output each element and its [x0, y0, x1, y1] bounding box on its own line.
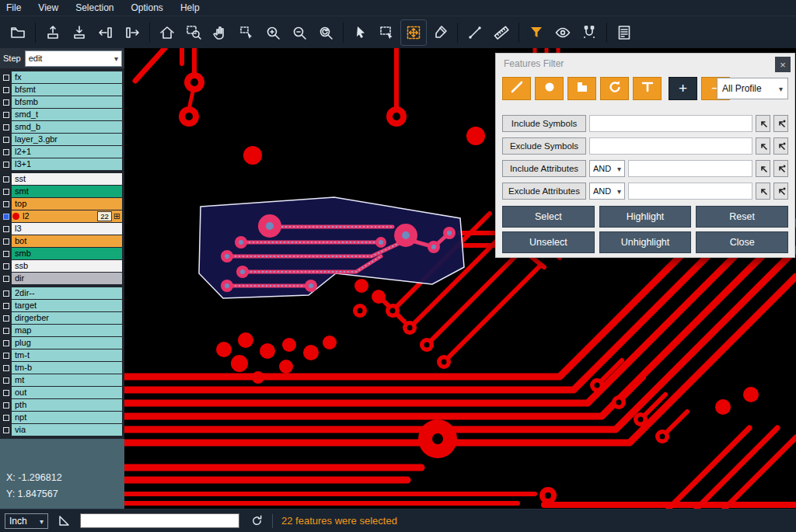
layer-name[interactable]: smd_t [12, 109, 122, 120]
layer-checkbox[interactable] [0, 377, 12, 384]
layer-row-mt[interactable]: mt [0, 374, 124, 386]
layer-name[interactable]: layer_3.gbr [12, 134, 122, 145]
layer-checkbox[interactable] [0, 402, 12, 409]
pick-from-list-button[interactable] [773, 137, 788, 155]
exclude-attributes-button[interactable]: Exclude Attributes [502, 183, 586, 200]
ruler-button[interactable] [489, 20, 514, 45]
layer-checkbox[interactable] [0, 124, 12, 130]
layer-checkbox[interactable] [0, 263, 12, 269]
layer-row-map[interactable]: map [0, 325, 124, 336]
layer-name[interactable]: smd_b [12, 121, 122, 133]
layer-row-sst[interactable]: sst [0, 173, 124, 185]
layer-checkbox[interactable] [0, 176, 12, 183]
layer-name[interactable]: out [12, 387, 122, 398]
include-attributes-logic-select[interactable]: AND [589, 160, 625, 177]
command-input[interactable] [80, 513, 239, 528]
pick-from-screen-button[interactable] [756, 137, 770, 155]
open-folder-button[interactable] [5, 20, 30, 45]
layer-row-bot[interactable]: bot [0, 235, 124, 247]
step-select[interactable]: edit [25, 50, 122, 67]
layer-checkbox[interactable] [0, 365, 12, 371]
import-step-button[interactable] [67, 20, 92, 45]
layer-name[interactable]: sst [12, 173, 122, 185]
layer-name[interactable]: bot [12, 235, 122, 247]
layer-row-target[interactable]: target [0, 300, 124, 311]
layer-row-bfsmb[interactable]: bfsmb [0, 96, 124, 108]
layer-row-l2+1[interactable]: l2+1 [0, 146, 124, 158]
clear-highlight-button[interactable] [428, 20, 452, 45]
zoom-in-button[interactable] [260, 20, 285, 45]
pick-from-list-button[interactable] [773, 183, 788, 200]
feature-properties-button[interactable] [612, 20, 637, 45]
layer-checkbox[interactable] [0, 112, 12, 118]
layer-name[interactable]: l2+1 [12, 146, 122, 158]
pointer-button[interactable] [348, 20, 373, 45]
include-symbols-button[interactable]: Include Symbols [502, 115, 586, 132]
close-icon[interactable] [775, 57, 791, 72]
layer-name[interactable]: npt [12, 412, 122, 423]
layer-checkbox[interactable] [0, 201, 12, 207]
layer-row-npt[interactable]: npt [0, 412, 124, 423]
layer-checkbox[interactable] [0, 415, 12, 421]
layer-name[interactable]: bfsmt [12, 84, 122, 96]
step-back-button[interactable] [93, 20, 118, 45]
filter-arc-button[interactable] [600, 77, 629, 100]
layer-checkbox[interactable] [0, 99, 12, 106]
move-selection-button[interactable] [401, 20, 426, 45]
pan-hand-button[interactable] [208, 20, 232, 45]
layer-checkbox[interactable] [0, 353, 12, 359]
layer-row-tm-t[interactable]: tm-t [0, 349, 124, 361]
layer-row-pth[interactable]: pth [0, 399, 124, 411]
layer-checkbox[interactable] [0, 189, 12, 195]
layer-checkbox[interactable] [0, 427, 12, 433]
pick-from-screen-button[interactable] [756, 160, 770, 177]
layer-checkbox[interactable] [0, 137, 12, 143]
layer-name[interactable]: via [12, 424, 122, 436]
include-attributes-input[interactable] [628, 160, 752, 177]
layer-name[interactable]: dirgerber [12, 312, 122, 324]
exclude-attributes-input[interactable] [628, 183, 752, 200]
layer-checkbox[interactable] [0, 238, 12, 245]
layer-name[interactable]: pth [12, 399, 122, 411]
pick-from-list-button[interactable] [773, 115, 788, 132]
layer-row-dir[interactable]: dir [0, 273, 124, 284]
layer-row-l2[interactable]: l2⊞22 [0, 210, 124, 222]
layer-checkbox[interactable] [0, 75, 12, 81]
layer-name[interactable]: smt [12, 186, 122, 197]
layer-checkbox[interactable] [0, 87, 12, 93]
menu-item-file[interactable]: File [0, 0, 30, 16]
layer-checkbox[interactable] [0, 315, 12, 322]
layer-row-l3[interactable]: l3 [0, 223, 124, 235]
layer-row-2dir--[interactable]: 2dir-- [0, 287, 124, 299]
layer-name[interactable]: tm-t [12, 349, 122, 361]
layer-row-ssb[interactable]: ssb [0, 260, 124, 272]
layer-row-l3+1[interactable]: l3+1 [0, 158, 124, 170]
layer-name[interactable]: 2dir-- [12, 287, 122, 299]
layer-checkbox[interactable] [0, 226, 12, 232]
layer-checkbox[interactable] [0, 290, 12, 297]
unhighlight-button[interactable]: Unhighlight [599, 231, 692, 253]
layer-row-smt[interactable]: smt [0, 186, 124, 197]
layer-checkbox[interactable] [0, 303, 12, 309]
layer-name[interactable]: bfsmb [12, 96, 122, 108]
menu-item-view[interactable]: View [30, 0, 67, 16]
layer-row-dirgerber[interactable]: dirgerber [0, 312, 124, 324]
layer-visibility-button[interactable] [550, 20, 575, 45]
layer-name[interactable]: fx [12, 71, 122, 83]
layer-row-tm-b[interactable]: tm-b [0, 362, 124, 374]
layer-name[interactable]: dir [12, 273, 122, 284]
snap-magnet-button[interactable] [577, 20, 602, 45]
layer-name[interactable]: target [12, 300, 122, 311]
selection-polygon[interactable] [199, 197, 464, 298]
zoom-out-button[interactable] [287, 20, 312, 45]
step-forward-button[interactable] [120, 20, 145, 45]
layer-name[interactable]: l2⊞22 [12, 210, 122, 222]
menu-item-options[interactable]: Options [123, 0, 172, 16]
layer-name[interactable]: smb [12, 248, 122, 259]
measure-line-button[interactable] [463, 20, 487, 45]
layer-name[interactable]: mt [12, 374, 122, 386]
layer-checkbox[interactable] [0, 390, 12, 396]
layer-row-via[interactable]: via [0, 424, 124, 436]
layer-grid-icon[interactable]: ⊞ [113, 210, 120, 221]
export-step-button[interactable] [40, 20, 65, 45]
